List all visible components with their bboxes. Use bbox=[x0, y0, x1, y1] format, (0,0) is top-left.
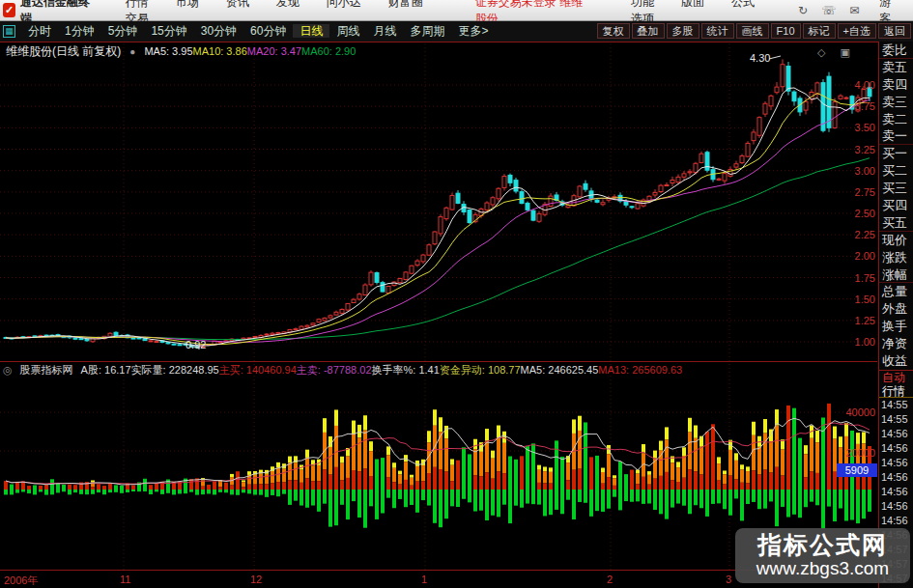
period-tab[interactable]: 5分钟 bbox=[101, 24, 145, 38]
ma-value: MA60: 2.90 bbox=[301, 45, 356, 57]
period-toolbar: ▦ 分时1分钟5分钟15分钟30分钟60分钟日线周线月线多周期更多> 复权叠加多… bbox=[0, 21, 913, 42]
indicator-field: 换手率%: 1.41 bbox=[372, 364, 440, 376]
price-tick: 3.50 bbox=[821, 122, 875, 133]
chart-corner-icons[interactable]: ◇ ▣ bbox=[817, 46, 856, 59]
menu-item[interactable]: 问小达 bbox=[313, 0, 375, 9]
app-logo-icon: ✓ bbox=[3, 3, 15, 17]
menu-item[interactable]: 资讯 bbox=[213, 0, 263, 9]
tick-row: 14:56 bbox=[879, 427, 913, 441]
menu-item[interactable]: 市场 bbox=[162, 0, 213, 9]
indicator-field: 实际量: 228248.95 bbox=[131, 364, 219, 376]
last-volume-badge: 5909 bbox=[837, 463, 877, 477]
toolbar-button[interactable]: 返回 bbox=[878, 23, 911, 39]
quote-row: 卖一 bbox=[879, 127, 913, 145]
quote-row: 外盘 bbox=[879, 300, 913, 318]
period-tab[interactable]: 更多> bbox=[451, 24, 495, 38]
watermark-title: 指标公式网 bbox=[735, 531, 910, 558]
ma-value: MA10: 3.86 bbox=[193, 45, 247, 57]
tab-auto[interactable]: 自动 bbox=[879, 371, 913, 384]
indicator-field: 主买: 140460.94 bbox=[219, 364, 297, 376]
watermark: 指标公式网 www.zbgs3.com bbox=[735, 528, 910, 583]
period-tab[interactable]: 多周期 bbox=[403, 24, 451, 38]
toolbar-button[interactable]: 统计 bbox=[701, 23, 734, 39]
indicator-icon[interactable]: ◎ bbox=[3, 364, 13, 377]
quote-row: 净资 bbox=[879, 335, 913, 352]
toolbar-button[interactable]: 画线 bbox=[736, 23, 769, 39]
ma-value: MA20: 3.47 bbox=[247, 45, 301, 57]
watermark-url: www.zbgs3.com bbox=[735, 558, 910, 579]
volume-tick: 40000 bbox=[821, 406, 875, 418]
low-price-label: 0.92 bbox=[185, 339, 206, 350]
toolbar-button[interactable]: 多股 bbox=[667, 23, 699, 39]
quote-sidebar: 委比卖五卖四卖三卖二卖一买一买二买三买四买五现价涨跌涨幅总量外盘换手净资收益 自… bbox=[878, 42, 913, 588]
price-tick: 3.75 bbox=[821, 100, 875, 112]
menu-item[interactable]: 公式 bbox=[718, 0, 768, 9]
menu-item[interactable]: 发现 bbox=[263, 0, 313, 9]
indicator-fields: A股: 16.17实际量: 228248.95主买: 140460.94主卖: … bbox=[81, 363, 683, 378]
period-tab[interactable]: 月线 bbox=[366, 24, 403, 38]
expand-icon[interactable]: ● bbox=[129, 46, 135, 57]
quote-row: 涨幅 bbox=[879, 266, 913, 284]
mail-icon[interactable]: ✉ bbox=[842, 4, 866, 17]
indicator-title[interactable]: 股票指标网 bbox=[20, 363, 73, 378]
period-tab[interactable]: 30分钟 bbox=[194, 24, 243, 38]
period-tab[interactable]: 周线 bbox=[329, 24, 366, 38]
stock-title[interactable]: 维维股份(日线 前复权) bbox=[6, 43, 121, 60]
menu-item[interactable]: 财富圈 bbox=[375, 0, 437, 9]
phone-icon[interactable]: ☏ bbox=[814, 4, 842, 17]
headset-icon[interactable]: ↻ bbox=[791, 4, 814, 17]
price-tick: 1.00 bbox=[821, 336, 875, 348]
quote-row: 现价 bbox=[879, 232, 913, 249]
price-tick: 2.00 bbox=[821, 250, 875, 262]
toolbar-button[interactable]: F10 bbox=[771, 23, 801, 39]
panel-separator-line bbox=[0, 361, 877, 362]
price-tick: 4.00 bbox=[821, 79, 875, 91]
quote-row: 买一 bbox=[879, 145, 913, 162]
tick-row: 14:56 bbox=[879, 470, 913, 485]
period-tab[interactable]: 15分钟 bbox=[144, 24, 193, 38]
month-label: 12 bbox=[250, 574, 262, 585]
month-label: 3 bbox=[726, 574, 731, 585]
tick-row: 14:55 bbox=[879, 412, 913, 427]
ma-values: MA5: 3.95MA10: 3.86MA20: 3.47MA60: 2.90 bbox=[144, 44, 356, 58]
period-tab[interactable]: 60分钟 bbox=[243, 24, 293, 38]
frame-top-line bbox=[0, 42, 913, 42]
indicator-field: MA5: 246625.45 bbox=[521, 364, 599, 376]
quote-row: 买二 bbox=[879, 162, 913, 180]
tick-row: 14:56 bbox=[879, 514, 913, 528]
period-tab[interactable]: 1分钟 bbox=[58, 24, 101, 38]
grid-icon[interactable]: ▦ bbox=[3, 25, 15, 38]
peak-price-label: 4.30 bbox=[750, 52, 770, 64]
toolbar-button[interactable]: 复权 bbox=[597, 23, 630, 39]
candlestick-chart[interactable] bbox=[0, 42, 877, 588]
sidebar-tabs: 自动 行情 bbox=[879, 370, 913, 398]
price-tick: 1.50 bbox=[821, 294, 875, 305]
indicator-field: MA13: 265609.63 bbox=[598, 364, 682, 376]
price-tick: 3.00 bbox=[821, 165, 875, 177]
month-label: 2 bbox=[607, 574, 613, 585]
indicator-header: ◎ 股票指标网 A股: 16.17实际量: 228248.95主买: 14046… bbox=[3, 364, 682, 377]
tick-row: 14:56 bbox=[879, 441, 913, 456]
quote-row: 买五 bbox=[879, 214, 913, 232]
toolbar-button[interactable]: 叠加 bbox=[632, 23, 665, 39]
period-tab[interactable]: 分时 bbox=[21, 24, 58, 38]
quote-row: 买四 bbox=[879, 197, 913, 214]
menu-item[interactable]: 功能 bbox=[617, 0, 668, 9]
menu-item[interactable]: 行情 bbox=[112, 0, 162, 9]
quote-row: 换手 bbox=[879, 318, 913, 335]
tick-row: 14:56 bbox=[879, 499, 913, 514]
tick-row: 14:56 bbox=[879, 485, 913, 499]
tab-quote[interactable]: 行情 bbox=[879, 384, 913, 398]
toolbar-button[interactable]: 标记 bbox=[803, 23, 836, 39]
month-label: 11 bbox=[120, 574, 130, 585]
indicator-field: 资金异动: 108.77 bbox=[440, 364, 521, 376]
ma-value: MA5: 3.95 bbox=[144, 45, 192, 57]
period-tab[interactable]: 日线 bbox=[293, 24, 329, 38]
quote-row: 卖五 bbox=[879, 59, 913, 76]
month-label: 1 bbox=[421, 574, 427, 585]
quote-row: 卖三 bbox=[879, 94, 913, 111]
menu-item[interactable]: 版面 bbox=[668, 0, 718, 9]
chart-header: 维维股份(日线 前复权) ● MA5: 3.95MA10: 3.86MA20: … bbox=[6, 44, 356, 58]
price-tick: 2.50 bbox=[821, 208, 875, 219]
toolbar-button[interactable]: +自选 bbox=[838, 23, 876, 39]
